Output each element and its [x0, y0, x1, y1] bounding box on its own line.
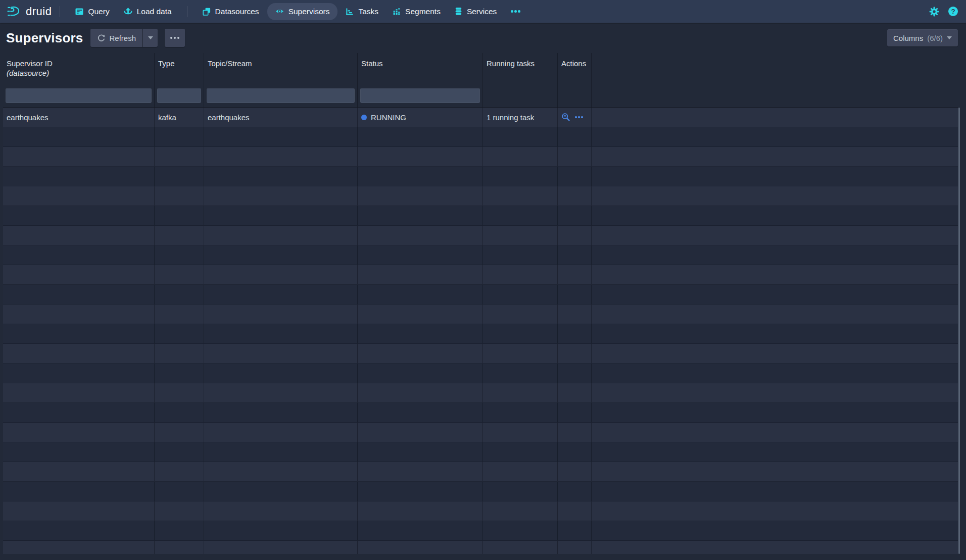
empty-cell [358, 364, 483, 383]
tasks-icon [346, 8, 354, 16]
column-header-subtitle: (datasource) [7, 68, 151, 78]
help-icon[interactable]: ? [948, 7, 958, 16]
eye-icon [275, 7, 284, 16]
column-header-status[interactable]: Status [358, 53, 483, 83]
empty-cell [3, 442, 155, 462]
empty-cell [558, 127, 592, 146]
empty-cell [155, 344, 204, 363]
cell-status: RUNNING [358, 108, 483, 127]
columns-button[interactable]: Columns (6/6) [887, 29, 958, 46]
filter-supervisor-id-input[interactable] [6, 88, 152, 103]
empty-cell [204, 186, 358, 206]
refresh-icon [97, 34, 106, 42]
magnifier-lines-icon[interactable] [561, 113, 570, 122]
empty-cell [558, 383, 592, 402]
nav-item-more[interactable] [505, 7, 526, 16]
empty-cell [358, 521, 483, 540]
chevron-down-icon [148, 36, 153, 39]
empty-cell [204, 344, 358, 363]
vertical-scrollbar[interactable] [958, 108, 960, 554]
empty-cell [155, 265, 204, 284]
empty-table-row [3, 462, 958, 482]
empty-cell [204, 226, 358, 245]
empty-cell [3, 521, 155, 540]
nav-item-services[interactable]: Services [449, 4, 503, 20]
status-label: RUNNING [371, 113, 406, 122]
filter-type-input[interactable] [157, 88, 201, 103]
empty-table-row [3, 285, 958, 304]
empty-cell [592, 403, 958, 422]
empty-cell [592, 364, 958, 383]
empty-cell [204, 403, 358, 422]
nav-item-label: Segments [405, 7, 441, 16]
empty-cell [155, 245, 204, 265]
empty-cell [483, 245, 558, 265]
empty-cell [483, 541, 558, 554]
empty-cell [483, 127, 558, 146]
empty-cell [358, 226, 483, 245]
empty-cell [204, 462, 358, 481]
empty-cell [3, 226, 155, 245]
column-header-topic-stream[interactable]: Topic/Stream [204, 53, 358, 83]
empty-cell [592, 344, 958, 363]
empty-cell [155, 364, 204, 383]
nav-item-load-data[interactable]: Load data [118, 4, 178, 20]
row-more-actions-icon[interactable] [575, 116, 583, 118]
empty-table-row [3, 403, 958, 423]
empty-cell [358, 245, 483, 265]
empty-table-row [3, 344, 958, 364]
nav-item-supervisors[interactable]: Supervisors [267, 3, 338, 20]
empty-cell [483, 364, 558, 383]
top-navbar: druid Query Load data [0, 0, 966, 23]
empty-cell [204, 482, 358, 501]
empty-cell [358, 501, 483, 521]
empty-cell [3, 186, 155, 206]
empty-cell [155, 127, 204, 146]
filter-status-input[interactable] [360, 88, 480, 103]
refresh-options-button[interactable] [142, 29, 158, 47]
empty-cell [592, 127, 958, 146]
query-icon [75, 8, 83, 16]
empty-cell [155, 541, 204, 554]
empty-cell [3, 167, 155, 186]
empty-cell [3, 206, 155, 225]
empty-table-row [3, 383, 958, 403]
empty-cell [358, 206, 483, 225]
empty-cell [358, 265, 483, 284]
filter-topic-stream-input[interactable] [207, 88, 355, 103]
empty-cell [3, 245, 155, 265]
cell-actions [558, 108, 592, 127]
empty-table-row [3, 226, 958, 245]
refresh-label: Refresh [110, 34, 136, 42]
druid-logo[interactable]: druid [7, 5, 52, 19]
nav-item-label: Tasks [358, 7, 378, 16]
empty-table-row [3, 245, 958, 265]
nav-item-label: Services [467, 7, 497, 16]
nav-divider [60, 6, 60, 17]
nav-item-tasks[interactable]: Tasks [340, 4, 384, 20]
empty-cell [558, 245, 592, 265]
empty-cell [155, 226, 204, 245]
nav-item-label: Load data [137, 7, 172, 16]
nav-item-query[interactable]: Query [69, 4, 115, 20]
nav-item-segments[interactable]: Segments [387, 4, 447, 20]
empty-table-row [3, 423, 958, 442]
empty-cell [3, 482, 155, 501]
refresh-button[interactable]: Refresh [90, 29, 143, 47]
view-more-button[interactable] [165, 29, 185, 47]
columns-label: Columns [893, 34, 923, 42]
empty-cell [483, 521, 558, 540]
empty-cell [3, 344, 155, 363]
cell-supervisor-id[interactable]: earthquakes [3, 108, 155, 127]
column-header-type[interactable]: Type [155, 53, 204, 83]
empty-cell [358, 442, 483, 462]
status-running-dot-icon [361, 115, 367, 120]
empty-cell [358, 403, 483, 422]
empty-cell [358, 304, 483, 324]
gear-icon[interactable] [929, 7, 939, 17]
nav-item-datasources[interactable]: Datasources [197, 4, 265, 20]
empty-cell [592, 423, 958, 442]
column-header-running-tasks[interactable]: Running tasks [483, 53, 558, 83]
empty-cell [558, 167, 592, 186]
column-header-supervisor-id[interactable]: Supervisor ID (datasource) [3, 53, 155, 83]
